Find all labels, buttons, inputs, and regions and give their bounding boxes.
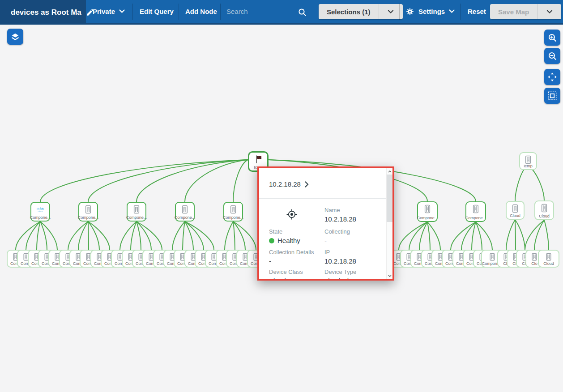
chevron-down-icon — [546, 10, 553, 14]
server-icon — [539, 203, 549, 213]
popup-device-link[interactable]: 10.2.18.28 — [269, 180, 309, 188]
toolbar-divider — [179, 4, 179, 20]
map-node[interactable]: Compone... — [417, 201, 438, 222]
map-canvas[interactable]: CompCompCompCompCompCompCompCompCompComp… — [0, 25, 563, 392]
server-icon — [228, 205, 238, 214]
search-icon — [298, 8, 307, 17]
fit-to-screen-button[interactable] — [544, 88, 560, 104]
visibility-dropdown[interactable]: Private — [93, 0, 125, 23]
chevron-down-icon — [119, 9, 125, 13]
map-node[interactable]: Icmp — [519, 152, 537, 170]
search-button[interactable] — [296, 6, 308, 18]
map-node[interactable]: Cloud — [506, 201, 525, 220]
field-name: Name 10.2.18.28 — [324, 207, 356, 223]
map-title-block: devices as Root Ma — [0, 0, 86, 25]
server-icon — [180, 205, 190, 214]
cisco-icon — [35, 205, 45, 214]
fit-icon — [547, 91, 557, 101]
reset-button[interactable]: Reset — [468, 0, 486, 23]
zoom-in-button[interactable] — [544, 30, 560, 46]
scroll-down-arrow[interactable] — [387, 273, 392, 279]
map-node[interactable]: Cloud — [538, 250, 559, 268]
save-map-dropdown-toggle[interactable] — [537, 4, 561, 19]
state-value: Healthy — [277, 237, 300, 245]
server-icon — [488, 252, 497, 261]
settings-dropdown[interactable]: Settings — [405, 0, 455, 23]
map-node[interactable]: Compone... — [78, 202, 98, 222]
popup-device-name: 10.2.18.28 — [269, 180, 301, 188]
toolbar-divider — [313, 4, 313, 20]
edit-query-button[interactable]: Edit Query — [140, 0, 174, 23]
toolbar-divider — [399, 4, 400, 20]
server-icon — [523, 155, 533, 165]
add-node-button[interactable]: Add Node — [185, 0, 217, 23]
field-ip: IP 10.2.18.28 — [324, 249, 356, 265]
map-title: devices as Root Ma — [11, 8, 81, 17]
field-state: State Healthy — [269, 228, 300, 245]
server-icon — [83, 205, 93, 214]
save-map-button[interactable]: Save Map — [490, 4, 537, 19]
chevron-down-icon — [449, 9, 455, 13]
popup-scrollbar[interactable] — [386, 168, 392, 279]
layers-button[interactable] — [7, 29, 23, 45]
field-device-class: Device Class Ping | ICMP — [269, 268, 305, 279]
toolbar-divider — [132, 4, 133, 20]
chevron-down-icon — [388, 10, 394, 14]
scrollbar-thumb[interactable] — [387, 175, 392, 222]
healthy-status-dot — [269, 238, 274, 243]
server-icon — [544, 252, 553, 261]
search-input[interactable] — [226, 8, 294, 15]
pan-button[interactable] — [544, 69, 560, 85]
toolbar: devices as Root Ma Private Edit Query Ad… — [0, 0, 563, 25]
server-icon — [422, 204, 432, 214]
save-map-split-button: Save Map — [490, 4, 561, 19]
field-collecting: Collecting - — [324, 228, 350, 245]
device-detail-popup: 10.2.18.28 Name 10.2.18.28 State — [257, 166, 394, 281]
selections-button[interactable]: Selections (1) — [319, 4, 379, 19]
scroll-up-arrow[interactable] — [387, 168, 392, 175]
popup-divider — [259, 198, 386, 199]
chevron-right-icon — [305, 181, 309, 187]
server-icon — [471, 204, 481, 214]
search-area — [226, 0, 294, 23]
field-device-type: Device Type physical — [324, 268, 356, 279]
map-node[interactable]: Compone... — [465, 201, 486, 222]
map-node[interactable]: Compone... — [127, 202, 146, 222]
map-node[interactable]: Cloud — [534, 200, 554, 220]
zoom-out-icon — [548, 51, 557, 61]
visibility-label: Private — [93, 8, 115, 15]
zoom-in-icon — [548, 33, 557, 43]
selections-split-button: Selections (1) — [319, 4, 403, 19]
map-node[interactable]: Compone... — [223, 202, 243, 222]
layers-icon — [10, 32, 20, 42]
map-node[interactable]: Compone... — [30, 202, 50, 222]
locate-device-button[interactable] — [286, 208, 298, 221]
field-collection-details: Collection Details - — [269, 249, 314, 265]
toolbar-bottom-strip — [0, 23, 563, 25]
server-icon — [132, 205, 141, 214]
pan-icon — [547, 72, 557, 82]
settings-label: Settings — [418, 8, 445, 15]
server-icon — [510, 204, 520, 213]
map-node[interactable]: Compone... — [175, 202, 195, 222]
locate-icon — [286, 208, 298, 221]
toolbar-divider — [460, 4, 461, 20]
flag-icon — [253, 154, 263, 164]
toolbar-divider — [220, 4, 221, 20]
network-map-app: devices as Root Ma Private Edit Query Ad… — [0, 0, 563, 392]
server-icon — [530, 252, 539, 261]
gear-icon — [405, 7, 414, 16]
zoom-out-button[interactable] — [544, 48, 560, 64]
